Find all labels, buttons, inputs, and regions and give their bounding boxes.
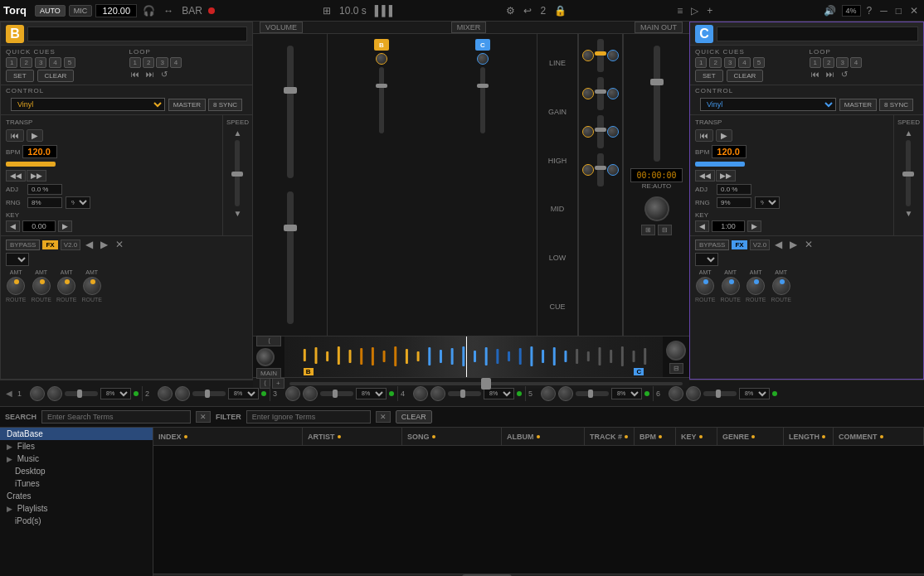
track-pitch-knob-6[interactable] (686, 386, 701, 401)
th-genre[interactable]: GENRE (717, 428, 784, 445)
deck-c-knob-3[interactable] (746, 277, 765, 295)
sidebar-item-ipod[interactable]: iPod(s) (0, 515, 153, 527)
eq-c-knob-4[interactable] (607, 164, 619, 176)
sidebar-item-playlists[interactable]: ▶ Playlists (0, 502, 153, 515)
eq-b-fader-4[interactable] (597, 153, 604, 186)
vol-slider-right[interactable] (287, 191, 294, 324)
th-index[interactable]: INDEX (153, 428, 303, 445)
channel-b-gain-knob[interactable] (376, 53, 387, 65)
eq-b-knob-4[interactable] (582, 164, 594, 176)
deck-b-speed-up[interactable]: ▲ (233, 128, 241, 138)
eq-b-knob-1[interactable] (582, 50, 594, 61)
deck-b-key-down[interactable]: ◀ (6, 220, 20, 232)
minimize-icon[interactable]: ─ (878, 5, 890, 17)
deck-c-prev-button[interactable]: ⏮ (695, 129, 713, 142)
crossfader-track[interactable] (289, 382, 683, 385)
track-pitch-select-4[interactable]: 8% (484, 388, 514, 399)
eq-c-knob-2[interactable] (607, 88, 619, 99)
track-pitch-knob-1[interactable] (47, 386, 62, 401)
settings-icon[interactable]: ⚙ (503, 5, 518, 17)
eq-b-fader-1[interactable] (597, 39, 604, 72)
track-slider-6[interactable] (703, 391, 737, 396)
track-pitch-select-5[interactable]: 8% (611, 388, 642, 399)
clear-all-button[interactable]: CLEAR (396, 410, 432, 424)
sidebar-item-itunes[interactable]: iTunes (0, 477, 153, 490)
deck-b-rng-select[interactable]: % (66, 196, 90, 209)
deck-c-clear-button[interactable]: CLEAR (727, 70, 764, 82)
menu-icon[interactable]: ≡ (674, 5, 685, 17)
th-bpm[interactable]: BPM (635, 428, 676, 445)
deck-b-fx-close[interactable]: ✕ (113, 239, 126, 250)
th-artist[interactable]: ARTIST (303, 428, 402, 445)
maximize-icon[interactable]: □ (893, 5, 904, 17)
deck-b-set-button[interactable]: SET (6, 70, 34, 82)
deck-b-knob-4[interactable] (83, 277, 101, 295)
search-clear-button[interactable]: ✕ (196, 411, 211, 423)
deck-b-knob-2[interactable] (32, 277, 51, 295)
deck-b-prev-button[interactable]: ⏮ (6, 129, 24, 142)
deck-b-vinyl-select[interactable]: Vinyl CDJ (11, 98, 165, 111)
track-gain-knob-6[interactable] (669, 386, 683, 401)
track-gain-knob-3[interactable] (285, 386, 300, 401)
track-pitch-select-1[interactable]: 8% (100, 388, 131, 399)
wf-zoom-btn[interactable]: ⊟ (669, 363, 683, 374)
deck-c-rng-select[interactable]: % (755, 196, 780, 209)
wf-main-btn[interactable]: MAIN (256, 368, 281, 379)
deck-c-knob-4[interactable] (772, 277, 790, 295)
loop-fwd-icon[interactable]: ⏭ (144, 70, 156, 79)
search-input[interactable] (41, 410, 191, 424)
eq-c-knob-1[interactable] (607, 50, 619, 61)
track-pitch-select-3[interactable]: 8% (356, 388, 387, 399)
lock-icon[interactable]: 🔒 (552, 5, 569, 17)
loop-repeat-icon[interactable]: ↺ (159, 70, 169, 79)
sidebar-item-desktop[interactable]: Desktop (0, 465, 153, 477)
speaker-icon[interactable]: 🔊 (821, 5, 839, 17)
deck-b-sync-button[interactable]: 8 SYNC (208, 99, 242, 111)
deck-c-fx-select[interactable] (695, 253, 718, 266)
deck-c-next-nav[interactable]: ▶▶ (716, 170, 736, 182)
deck-b-clear-button[interactable]: CLEAR (37, 70, 75, 82)
deck-b-master-button[interactable]: MASTER (168, 99, 206, 111)
deck-b-fx-select[interactable] (6, 253, 29, 266)
track-slider-1[interactable] (65, 391, 98, 396)
track-pitch-select-6[interactable]: 8% (739, 388, 770, 399)
auto-button[interactable]: AUTO (35, 5, 66, 17)
headphone-icon[interactable]: 🎧 (140, 5, 158, 17)
question-icon[interactable]: ? (864, 5, 875, 17)
deck-c-key-up[interactable]: ▶ (747, 220, 761, 232)
deck-c-play-button[interactable]: ▶ (716, 129, 732, 142)
th-album[interactable]: ALBUM (502, 428, 585, 445)
deck-c-bypass-button[interactable]: BYPASS (695, 240, 729, 250)
deck-c-knob-1[interactable] (696, 277, 714, 295)
th-key[interactable]: KEY (676, 428, 717, 445)
sidebar-item-files[interactable]: ▶ Files (0, 440, 153, 453)
deck-b-knob-1[interactable] (7, 277, 25, 295)
vol-slider-left[interactable] (287, 46, 294, 178)
track-gain-knob-5[interactable] (541, 386, 556, 401)
deck-c-fx-nav-left[interactable]: ◀ (772, 239, 785, 250)
th-length[interactable]: LENGTH (784, 428, 834, 445)
eq-b-fader-3[interactable] (597, 115, 604, 148)
filter-clear-button[interactable]: ✕ (376, 411, 391, 423)
eq-b-knob-2[interactable] (582, 88, 594, 99)
sidebar-item-crates[interactable]: Crates (0, 490, 153, 502)
deck-b-fx-nav-left[interactable]: ◀ (83, 239, 95, 250)
deck-b-knob-3[interactable] (57, 277, 75, 295)
main-btn-2[interactable]: ⊟ (658, 225, 672, 235)
deck-c-loop-repeat-icon[interactable]: ↺ (839, 70, 849, 79)
main-out-fader[interactable] (654, 46, 660, 162)
eq-c-knob-3[interactable] (607, 126, 619, 138)
deck-c-key-down[interactable]: ◀ (695, 220, 709, 232)
deck-b-play-button[interactable]: ▶ (27, 129, 43, 142)
track-gain-knob-1[interactable] (30, 386, 45, 401)
deck-c-loop-fwd-icon[interactable]: ⏭ (824, 70, 836, 79)
wf-prev-btn[interactable]: ⟨ (256, 336, 281, 346)
track-gain-knob-4[interactable] (413, 386, 428, 401)
loop-back-icon[interactable]: ⏮ (129, 70, 141, 79)
grid-icon[interactable]: ⊞ (320, 5, 333, 17)
main-btn-1[interactable]: ⊞ (641, 225, 655, 235)
deck-b-speed-down[interactable]: ▼ (233, 209, 241, 218)
track-left-arrow[interactable]: ◀ (3, 389, 15, 398)
eq-b-fader-2[interactable] (597, 77, 604, 110)
deck-c-vinyl-select[interactable]: Vinyl CDJ (700, 98, 836, 111)
